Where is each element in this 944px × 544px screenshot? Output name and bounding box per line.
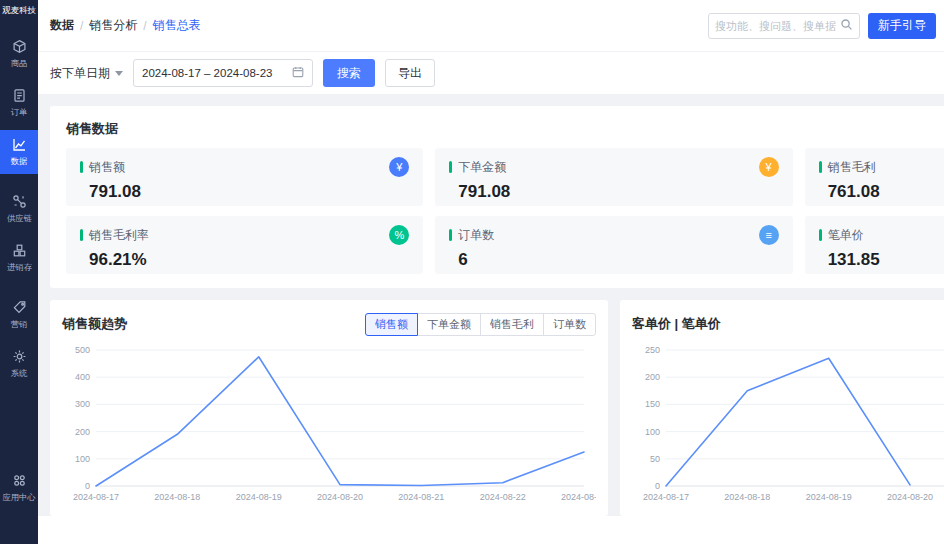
- sidebar-item-label: 进销存: [7, 261, 32, 273]
- tile-accent-bar: [80, 161, 83, 173]
- sidebar-item-label: 系统: [11, 367, 28, 379]
- search-button[interactable]: 搜索: [323, 59, 375, 87]
- svg-text:0: 0: [655, 481, 660, 491]
- svg-text:250: 250: [645, 345, 660, 355]
- tab-gross-profit[interactable]: 销售毛利: [480, 313, 544, 336]
- tile-accent-bar: [819, 161, 822, 173]
- stat-label: 销售毛利率: [89, 227, 149, 244]
- sales-trend-title: 销售额趋势: [62, 315, 127, 333]
- coin-circle-icon: ¥: [759, 157, 779, 177]
- beginner-guide-button[interactable]: 新手引导: [868, 13, 936, 39]
- page: 数据 / 销售分析 / 销售总表 新手引导 按下单日期: [38, 0, 944, 544]
- breadcrumb-item-current: 销售总表: [153, 17, 201, 34]
- calendar-icon: [292, 66, 304, 80]
- stat-value: 761.08: [828, 182, 944, 202]
- svg-text:50: 50: [650, 454, 660, 464]
- svg-text:2024-08-20: 2024-08-20: [887, 492, 933, 502]
- sidebar: 观麦科技 商品 订单 数据 供应链: [0, 0, 38, 544]
- svg-text:100: 100: [75, 454, 90, 464]
- stat-value: 96.21%: [89, 250, 409, 270]
- top-header: 数据 / 销售分析 / 销售总表 新手引导: [38, 0, 944, 52]
- tab-sales-amount[interactable]: 销售额: [365, 313, 418, 336]
- sidebar-item-label: 应用中心: [2, 492, 35, 504]
- sidebar-item-app-center[interactable]: 应用中心: [0, 466, 38, 510]
- stat-value: 791.08: [458, 182, 778, 202]
- trend-metric-tabs: 销售额 下单金额 销售毛利 订单数: [365, 313, 596, 336]
- header-actions: 新手引导: [708, 13, 936, 39]
- sales-trend-card: 销售额趋势 销售额 下单金额 销售毛利 订单数 0100200300400500…: [50, 300, 608, 516]
- svg-text:0: 0: [85, 481, 90, 491]
- stat-tile-gross-profit: 销售毛利 ¥ 761.08: [805, 148, 944, 206]
- svg-text:150: 150: [645, 399, 660, 409]
- sidebar-item-system[interactable]: 系统: [0, 342, 38, 386]
- filter-toolbar: 按下单日期 2024-08-17 – 2024-08-23 搜索 导出: [38, 52, 944, 94]
- tile-accent-bar: [449, 229, 452, 241]
- margin-circle-icon: %: [389, 225, 409, 245]
- product-box-icon: [12, 39, 27, 54]
- tile-accent-bar: [819, 229, 822, 241]
- sidebar-item-label: 数据: [11, 155, 28, 167]
- sidebar-item-data[interactable]: 数据: [0, 130, 38, 174]
- system-gear-icon: [12, 349, 27, 364]
- marketing-tag-icon: [12, 300, 27, 315]
- date-range-picker[interactable]: 2024-08-17 – 2024-08-23: [133, 59, 313, 87]
- svg-text:2024-08-18: 2024-08-18: [154, 492, 200, 502]
- svg-text:2024-08-23: 2024-08-23: [561, 492, 596, 502]
- sidebar-item-supply-chain[interactable]: 供应链: [0, 187, 38, 231]
- svg-text:400: 400: [75, 372, 90, 382]
- export-button[interactable]: 导出: [385, 59, 435, 87]
- global-search-input[interactable]: [715, 20, 836, 32]
- date-type-dropdown[interactable]: 按下单日期: [50, 65, 123, 82]
- stat-tiles: 销售额 ¥ 791.08 下单金额 ¥ 791.08: [66, 148, 944, 274]
- inventory-icon: [12, 243, 27, 258]
- brand-logo: 观麦科技: [0, 6, 38, 16]
- breadcrumb: 数据 / 销售分析 / 销售总表: [50, 17, 201, 34]
- stat-value: 791.08: [89, 182, 409, 202]
- search-icon[interactable]: [840, 17, 853, 35]
- svg-text:2024-08-19: 2024-08-19: [806, 492, 852, 502]
- svg-text:2024-08-21: 2024-08-21: [398, 492, 444, 502]
- stat-label: 下单金额: [458, 159, 506, 176]
- sales-stats-card: 销售数据 销售额 ¥ 791.08 下单金额: [50, 106, 944, 288]
- breadcrumb-item-data[interactable]: 数据: [50, 17, 74, 34]
- svg-text:200: 200: [75, 427, 90, 437]
- app-window: 观麦科技 商品 订单 数据 供应链: [0, 0, 944, 544]
- price-chart-title: 客单价 | 笔单价: [632, 315, 721, 333]
- svg-text:2024-08-18: 2024-08-18: [724, 492, 770, 502]
- svg-text:2024-08-19: 2024-08-19: [236, 492, 282, 502]
- sidebar-item-orders[interactable]: 订单: [0, 81, 38, 125]
- stat-value: 131.85: [828, 250, 944, 270]
- svg-text:2024-08-17: 2024-08-17: [73, 492, 119, 502]
- stat-label: 销售额: [89, 159, 125, 176]
- sidebar-item-label: 营销: [11, 318, 28, 330]
- stat-label: 笔单价: [828, 227, 864, 244]
- supply-chain-icon: [12, 194, 27, 209]
- global-search-box[interactable]: [708, 13, 860, 39]
- price-per-order-chart: 0501001502002502024-08-172024-08-182024-…: [632, 342, 944, 506]
- svg-text:300: 300: [75, 399, 90, 409]
- sidebar-item-inventory[interactable]: 进销存: [0, 236, 38, 280]
- order-list-icon: [12, 88, 27, 103]
- svg-text:100: 100: [645, 427, 660, 437]
- stat-tile-per-order-price: 笔单价 ¥ 131.85: [805, 216, 944, 274]
- sidebar-item-label: 商品: [11, 57, 28, 69]
- sidebar-item-label: 订单: [11, 106, 28, 118]
- date-range-value: 2024-08-17 – 2024-08-23: [142, 67, 272, 79]
- tile-accent-bar: [80, 229, 83, 241]
- breadcrumb-separator: /: [80, 19, 83, 33]
- tab-order-count[interactable]: 订单数: [543, 313, 596, 336]
- svg-text:200: 200: [645, 372, 660, 382]
- price-per-order-card: 客单价 | 笔单价 0501001502002502024-08-172024-…: [620, 300, 944, 516]
- svg-text:2024-08-22: 2024-08-22: [480, 492, 526, 502]
- app-center-icon: [12, 473, 27, 488]
- stat-label: 订单数: [458, 227, 494, 244]
- date-type-label: 按下单日期: [50, 65, 110, 82]
- main-content: 销售数据 销售额 ¥ 791.08 下单金额: [38, 94, 944, 516]
- sidebar-item-products[interactable]: 商品: [0, 32, 38, 76]
- sidebar-item-marketing[interactable]: 营销: [0, 293, 38, 337]
- data-chart-icon: [12, 137, 27, 152]
- stats-card-title: 销售数据: [66, 120, 944, 138]
- breadcrumb-separator: /: [143, 19, 146, 33]
- breadcrumb-item-sales-analysis[interactable]: 销售分析: [89, 17, 137, 34]
- tab-order-amount[interactable]: 下单金额: [417, 313, 481, 336]
